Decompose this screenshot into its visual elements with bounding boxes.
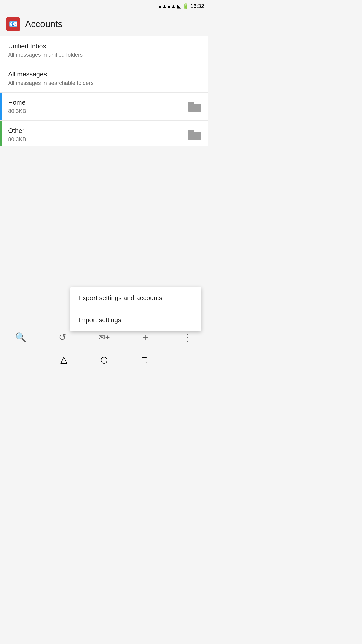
refresh-button[interactable]: ↺ <box>52 327 72 347</box>
recent-button[interactable] <box>139 355 149 365</box>
search-button[interactable]: 🔍 <box>11 327 31 347</box>
battery-icon: 🔋 <box>183 3 189 9</box>
list-item-home[interactable]: Home 80.3KB <box>0 93 208 121</box>
unified-inbox-subtitle: All messages in unified folders <box>8 52 83 58</box>
app-header: 📧 Accounts <box>0 12 208 36</box>
svg-rect-0 <box>188 104 201 112</box>
home-button[interactable] <box>99 355 109 365</box>
context-menu-import[interactable]: Import settings <box>70 309 201 331</box>
all-messages-content: All messages All messages in searchable … <box>8 70 94 86</box>
page-title: Accounts <box>25 19 62 29</box>
other-title: Other <box>8 127 26 135</box>
svg-rect-2 <box>188 132 201 140</box>
more-icon: ⋮ <box>182 332 192 343</box>
other-subtitle: 80.3KB <box>8 136 26 143</box>
home-folder-icon <box>187 101 202 113</box>
unified-inbox-title: Unified Inbox <box>8 42 83 50</box>
signal-icon: ▲▲▲▲ <box>158 4 176 9</box>
export-settings-label: Export settings and accounts <box>78 294 162 302</box>
wifi-icon: ◣ <box>177 3 181 9</box>
status-time: 16:32 <box>190 3 204 9</box>
compose-icon: ✉+ <box>98 333 110 342</box>
system-nav <box>0 350 208 370</box>
all-messages-title: All messages <box>8 70 94 78</box>
svg-rect-1 <box>188 102 194 105</box>
home-subtitle: 80.3KB <box>8 108 26 114</box>
refresh-icon: ↺ <box>59 332 66 343</box>
app-logo-icon: 📧 <box>9 20 18 28</box>
home-title: Home <box>8 99 26 106</box>
import-settings-label: Import settings <box>78 316 121 324</box>
add-icon: + <box>143 332 149 343</box>
svg-rect-3 <box>188 130 194 133</box>
svg-point-5 <box>101 357 107 363</box>
svg-marker-4 <box>61 357 67 363</box>
list-item-other[interactable]: Other 80.3KB <box>0 121 208 149</box>
home-content: Home 80.3KB <box>8 99 26 114</box>
other-folder-icon <box>187 129 202 141</box>
back-button[interactable] <box>59 355 69 365</box>
unified-inbox-content: Unified Inbox All messages in unified fo… <box>8 42 83 58</box>
app-logo: 📧 <box>6 17 20 31</box>
context-menu-export[interactable]: Export settings and accounts <box>70 287 201 309</box>
list-item-unified-inbox[interactable]: Unified Inbox All messages in unified fo… <box>0 36 208 64</box>
context-menu: Export settings and accounts Import sett… <box>70 287 201 331</box>
accounts-list: Unified Inbox All messages in unified fo… <box>0 36 208 149</box>
status-bar: ▲▲▲▲ ◣ 🔋 16:32 <box>0 0 208 12</box>
svg-rect-6 <box>142 358 147 363</box>
list-item-all-messages[interactable]: All messages All messages in searchable … <box>0 64 208 93</box>
search-icon: 🔍 <box>15 332 26 343</box>
other-content: Other 80.3KB <box>8 127 26 143</box>
status-icons: ▲▲▲▲ ◣ 🔋 16:32 <box>158 3 204 9</box>
all-messages-subtitle: All messages in searchable folders <box>8 80 94 86</box>
